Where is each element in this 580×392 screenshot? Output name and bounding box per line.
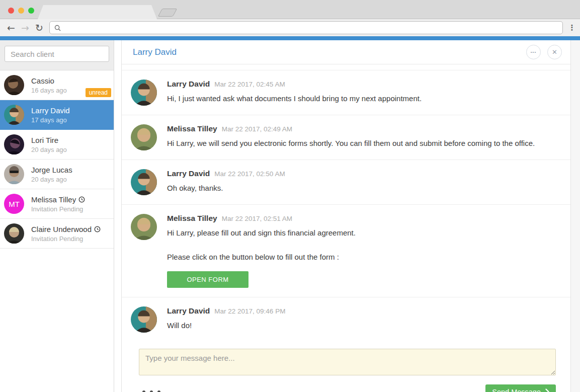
message-time: Mar 22 2017, 02:45 AM [214,81,285,88]
app-accent-bar [0,36,580,40]
avatar-claire-underwood [4,223,24,244]
message-time: Mar 22 2017, 02:49 AM [222,125,292,133]
send-message-label: Send Message [492,388,541,392]
message-row: Melissa Tilley Mar 22 2017, 02:51 AM Hi … [122,204,570,297]
message-list: Larry David Mar 22 2017, 02:45 AM Hi, I … [122,64,570,342]
avatar-initials: MT [9,200,20,208]
message-time: Mar 22 2017, 02:50 AM [214,170,285,178]
chat-options-button[interactable]: ••• [526,45,541,59]
avatar-lori-tire [4,134,24,154]
browser-toolbar: ← → ↻ ⋮ [0,19,580,36]
client-meta: 20 days ago [31,146,67,153]
client-row-lori-tire[interactable]: Lori Tire 20 days ago [0,130,114,160]
chat-header: Larry David ••• ✕ [122,40,570,64]
avatar-melissa-initials: MT [4,194,24,214]
client-name: Lori Tire [31,136,58,144]
client-meta: 20 days ago [31,176,72,183]
client-meta: Invitation Pending [31,205,85,213]
message-row: Larry David Mar 22 2017, 02:50 AM Oh oka… [122,160,570,204]
client-name: Claire Underwood [31,225,92,233]
more-options-dots[interactable] [142,390,160,392]
forward-icon[interactable]: → [18,23,32,33]
send-message-button[interactable]: Send Message [485,384,556,392]
window-minimize-button[interactable] [18,8,24,14]
traffic-lights [8,8,34,14]
client-search-area [0,40,114,70]
avatar-larry-david [131,169,157,195]
avatar-larry-david [131,80,157,106]
back-icon[interactable]: ← [4,23,18,33]
window-zoom-button[interactable] [28,8,34,14]
open-form-button[interactable]: OPEN FORM [167,271,248,288]
unread-badge: unread [86,88,111,97]
message-composer: Send Message [122,342,570,392]
client-row-claire-underwood[interactable]: Claire Underwood Invitation Pending [0,219,114,249]
client-name: Cassio [31,76,54,85]
client-name: Melissa Tilley [31,195,76,204]
message-author: Larry David [167,80,210,89]
dot-icon [150,390,153,392]
message-text: Will do! [167,320,558,331]
message-text: Oh okay, thanks. [167,183,558,194]
avatar-melissa-tilley [131,124,157,150]
message-text: Hi Larry, we will send you electronic fo… [167,138,558,149]
reload-icon[interactable]: ↻ [32,23,46,33]
browser-window: ← → ↻ ⋮ Cassio 16 days ago [0,0,580,392]
browser-titlebar [0,0,580,19]
message-input[interactable] [139,349,556,375]
client-row-larry-david[interactable]: Larry David 17 days ago [0,100,114,130]
browser-tab[interactable] [38,5,157,19]
avatar-melissa-tilley [131,214,157,240]
chat-title: Larry David [133,47,177,57]
client-row-jorge-lucas[interactable]: Jorge Lucas 20 days ago [0,160,114,189]
dot-icon [142,390,145,392]
new-tab-button[interactable] [158,9,178,17]
chat-close-button[interactable]: ✕ [547,45,562,59]
window-close-button[interactable] [8,8,14,14]
message-author: Larry David [167,306,210,316]
search-icon [54,25,61,31]
message-row: Larry David Mar 22 2017, 09:46 PM Will d… [122,297,570,342]
message-row: Larry David Mar 22 2017, 02:45 AM Hi, I … [122,70,570,115]
pending-clock-icon [94,226,101,232]
client-meta: Invitation Pending [31,235,101,243]
message-text: Hi Larry, please fill out and sign this … [167,227,558,239]
ellipsis-icon: ••• [531,50,536,54]
client-name: Larry David [31,106,70,115]
url-bar[interactable] [49,21,563,34]
message-row: Melissa Tilley Mar 22 2017, 02:49 AM Hi … [122,115,570,160]
chat-panel: Larry David ••• ✕ [121,40,571,392]
message-text: Hi, I just wanted ask what documents I s… [167,93,558,104]
client-sidebar: Cassio 16 days ago unread Larry David 17… [0,40,114,392]
avatar-cassio [4,75,24,95]
avatar-larry-david [131,306,157,333]
message-time: Mar 22 2017, 09:46 PM [214,307,285,315]
panel-gap [114,40,121,392]
message-author: Melissa Tilley [167,214,217,223]
right-margin-strip [571,40,580,392]
client-meta: 17 days ago [31,116,70,124]
dot-icon [157,390,160,392]
client-meta: 16 days ago [31,87,67,94]
pending-clock-icon [78,196,85,203]
message-time: Mar 22 2017, 02:51 AM [222,215,292,222]
browser-menu-icon[interactable]: ⋮ [568,23,576,32]
message-text: Please click on the button below to fill… [167,252,558,263]
client-search-input[interactable] [5,46,109,62]
client-row-melissa-tilley[interactable]: MT Melissa Tilley Invitation Pending [0,189,114,219]
client-name: Jorge Lucas [31,166,72,174]
app-content: Cassio 16 days ago unread Larry David 17… [0,40,580,392]
avatar-larry-david [4,105,24,125]
client-row-cassio[interactable]: Cassio 16 days ago unread [0,70,114,100]
message-author: Melissa Tilley [167,124,217,133]
avatar-jorge-lucas [4,164,24,184]
url-input[interactable] [64,24,558,32]
close-icon: ✕ [552,48,557,56]
message-author: Larry David [167,169,210,178]
chevron-right-icon [545,388,549,392]
